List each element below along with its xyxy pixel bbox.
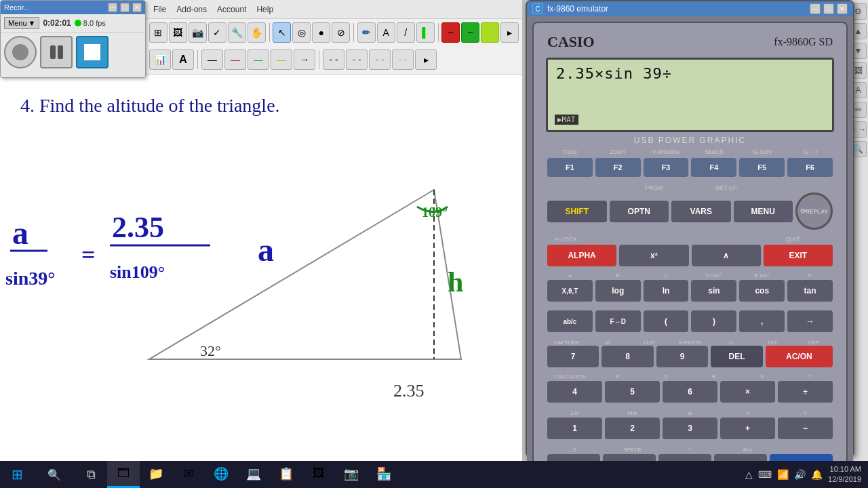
calc-1-btn[interactable]: 1	[547, 418, 602, 439]
tb-screen-btn[interactable]: 📷	[189, 22, 207, 43]
calc-f6-btn[interactable]: F6	[787, 158, 833, 177]
tb-bar-chart-btn[interactable]: 📊	[149, 49, 171, 70]
record-button[interactable]	[4, 36, 37, 68]
tb-arrow-end[interactable]: ▸	[415, 49, 437, 70]
menu-addons[interactable]: Add-ons	[172, 3, 211, 16]
tb-textA-btn[interactable]: A	[172, 49, 194, 70]
calc-close-btn[interactable]: ✕	[837, 3, 848, 14]
calc-cos-btn[interactable]: cos	[739, 280, 785, 302]
calc-5-btn[interactable]: 5	[605, 381, 660, 403]
taskbar-store-btn[interactable]: 🏪	[368, 461, 400, 488]
tb-pen-btn[interactable]: ✏	[357, 22, 376, 43]
tb-select-btn[interactable]: ↖	[273, 22, 291, 43]
tb-dash1[interactable]: - -	[323, 49, 344, 70]
taskbar-wifi-icon[interactable]: △	[745, 469, 753, 480]
calc-sin-btn[interactable]: sin	[691, 280, 736, 302]
calc-shift-btn[interactable]: SHIFT	[547, 201, 607, 222]
tb-dash2[interactable]: - -	[346, 49, 368, 70]
taskbar-browser-btn[interactable]: 🌐	[205, 461, 237, 488]
tb-line3[interactable]: —	[248, 49, 269, 70]
tb-hand-btn[interactable]: ✋	[248, 22, 266, 43]
calc-alpha-btn[interactable]: ALPHA	[547, 245, 616, 266]
tb-hilight-btn[interactable]: ▌	[416, 22, 435, 43]
calc-7-btn[interactable]: 7	[547, 346, 599, 367]
tb-color3[interactable]	[481, 22, 499, 43]
calc-f2-btn[interactable]: F2	[595, 158, 641, 177]
tb-dash3[interactable]: - -	[369, 49, 391, 70]
taskbar-mail-btn[interactable]: ✉	[172, 461, 205, 488]
calc-mult-btn[interactable]: ×	[720, 381, 775, 403]
calc-minimize-btn[interactable]: —	[810, 3, 821, 14]
calc-div-btn[interactable]: ÷	[778, 381, 833, 403]
stop-button[interactable]	[76, 36, 108, 68]
calc-3-btn[interactable]: 3	[663, 418, 717, 439]
taskbar-taskview-btn[interactable]: ⧉	[75, 461, 107, 488]
tb-table-btn[interactable]: ⊞	[149, 22, 167, 43]
tb-fill-btn[interactable]: ●	[312, 22, 330, 43]
tb-puzzle-btn[interactable]: 🔧	[228, 22, 246, 43]
calc-ln-btn[interactable]: ln	[644, 280, 689, 302]
calc-8-btn[interactable]: 8	[601, 346, 653, 367]
record-maximize-btn[interactable]: □	[120, 3, 130, 12]
tb-line2[interactable]: —	[224, 49, 246, 70]
tb-arrow-btn[interactable]: ▸	[500, 22, 519, 43]
pause-button[interactable]	[40, 36, 73, 68]
calc-f4-btn[interactable]: F4	[691, 158, 736, 177]
taskbar-start-btn[interactable]: ⊞	[0, 461, 34, 488]
tb-text-btn[interactable]: A	[377, 22, 395, 43]
tb-line-btn[interactable]: /	[397, 22, 415, 43]
taskbar-photos-btn[interactable]: 🖼	[302, 461, 335, 488]
menu-help[interactable]: Help	[252, 3, 277, 16]
calc-tan-btn[interactable]: tan	[787, 280, 833, 302]
calc-f1-btn[interactable]: F1	[547, 158, 593, 177]
calc-replay-btn[interactable]: ⟳REPLAY	[795, 192, 833, 230]
calc-xthetat-btn[interactable]: X,θ,T	[547, 280, 593, 302]
tb-line4[interactable]: —	[271, 49, 292, 70]
calc-exit-btn[interactable]: EXIT	[764, 245, 833, 266]
tb-arrow-right[interactable]: →	[294, 49, 315, 70]
calc-abc-btn[interactable]: ab/c	[547, 310, 593, 332]
calc-rparen-btn[interactable]: )	[691, 310, 736, 332]
menu-file[interactable]: File	[149, 3, 170, 16]
calc-caret-btn[interactable]: ∧	[692, 245, 761, 266]
tb-lasso-btn[interactable]: ◎	[292, 22, 311, 43]
taskbar-explorer-btn[interactable]: 🗔	[107, 461, 140, 488]
tb-line1[interactable]: —	[201, 49, 223, 70]
tb-color2[interactable]: ~	[461, 22, 479, 43]
taskbar-folder-btn[interactable]: 📁	[140, 461, 172, 488]
calc-acon-btn[interactable]: AC/ON	[766, 346, 833, 367]
taskbar-calc-btn[interactable]: 💻	[237, 461, 270, 488]
menu-account[interactable]: Account	[213, 3, 250, 16]
calc-vars-btn[interactable]: VARS	[671, 201, 731, 222]
tb-image-btn[interactable]: 🖼	[169, 22, 187, 43]
calc-f3-btn[interactable]: F3	[644, 158, 689, 177]
taskbar-volume-icon[interactable]: 🔊	[794, 469, 806, 480]
tb-color1[interactable]: ~	[441, 22, 460, 43]
calc-log-btn[interactable]: log	[595, 280, 641, 302]
taskbar-network-icon[interactable]: 📶	[777, 469, 789, 480]
calc-6-btn[interactable]: 6	[663, 381, 717, 403]
taskbar-keyboard-icon[interactable]: ⌨	[758, 469, 772, 480]
tb-eraser-btn[interactable]: ⊘	[332, 22, 350, 43]
taskbar-search-btn[interactable]: 🔍	[34, 461, 75, 488]
calc-4-btn[interactable]: 4	[547, 381, 602, 403]
calc-del-btn[interactable]: DEL	[711, 346, 762, 367]
taskbar-notification-icon[interactable]: 🔔	[811, 469, 823, 480]
taskbar-notes-btn[interactable]: 📋	[270, 461, 302, 488]
calc-comma-btn[interactable]: ,	[739, 310, 785, 332]
calc-maximize-btn[interactable]: □	[823, 3, 834, 14]
record-close-btn[interactable]: ✕	[132, 3, 142, 12]
record-minimize-btn[interactable]: —	[108, 3, 117, 12]
calc-2-btn[interactable]: 2	[605, 418, 660, 439]
calc-plus-btn[interactable]: +	[720, 418, 775, 439]
calc-arrow-btn[interactable]: →	[787, 310, 833, 332]
calc-menu-btn[interactable]: MENU	[734, 201, 793, 222]
tb-dash4[interactable]: - -	[392, 49, 414, 70]
calc-9-btn[interactable]: 9	[656, 346, 708, 367]
calc-lparen-btn[interactable]: (	[644, 310, 689, 332]
taskbar-camera-btn[interactable]: 📷	[335, 461, 368, 488]
menu-dropdown[interactable]: Menu ▼	[4, 17, 39, 29]
calc-fd-btn[interactable]: F↔D	[595, 310, 641, 332]
calc-x2-btn[interactable]: x²	[619, 245, 688, 266]
calc-f5-btn[interactable]: F5	[739, 158, 785, 177]
